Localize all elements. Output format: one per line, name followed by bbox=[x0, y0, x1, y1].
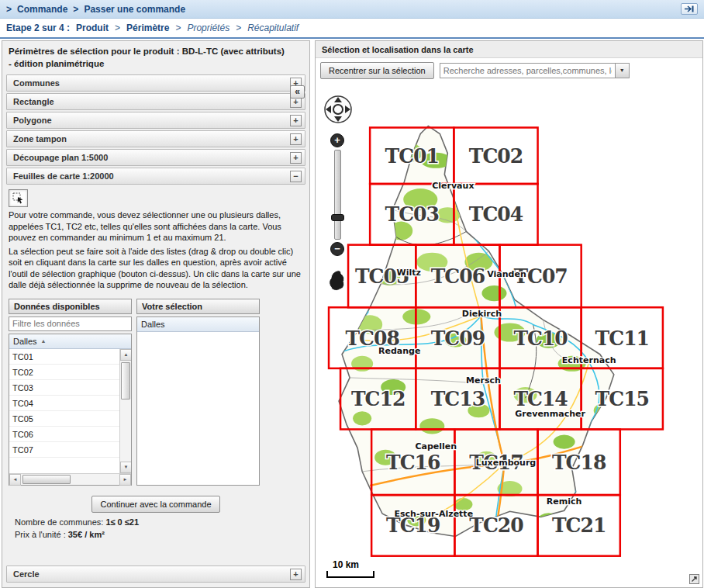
your-selection-listbox: Votre sélection Dalles bbox=[136, 299, 260, 486]
accordion-feuilles-20000[interactable]: Feuilles de carte 1:20000 − bbox=[6, 168, 305, 185]
available-list-item[interactable]: TC01 bbox=[9, 349, 119, 365]
town-label-grevenmacher: Grevenmacher bbox=[515, 409, 585, 419]
instructions-paragraph-1: Pour votre commande, vous devez sélectio… bbox=[9, 209, 303, 244]
breadcrumb-passer-commande[interactable]: Passer une commande bbox=[84, 4, 185, 15]
map-tile-label: TC02 bbox=[469, 144, 523, 168]
available-list-item[interactable]: TC06 bbox=[9, 427, 119, 442]
step-recapitulatif: Récapitulatif bbox=[247, 22, 299, 33]
breadcrumb: > Commande > Passer une commande bbox=[0, 0, 704, 19]
available-list-body: TC01TC02TC03TC04TC05TC06TC07 bbox=[9, 349, 119, 473]
horizontal-scrollbar[interactable]: ◄ ► bbox=[9, 473, 131, 485]
town-label-capellen: Capellen bbox=[415, 441, 457, 451]
accordion-cercle[interactable]: Cercle + bbox=[6, 566, 305, 583]
map-tile-tc02[interactable] bbox=[454, 127, 537, 184]
scale-bar: 10 km bbox=[326, 559, 374, 578]
recenter-selection-button[interactable]: Recentrer sur la sélection bbox=[320, 62, 434, 79]
scrollbar-thumb[interactable] bbox=[22, 475, 71, 484]
left-panel-title: Périmètres de sélection pour le produit … bbox=[2, 41, 309, 73]
map-tile-label: TC04 bbox=[469, 202, 523, 226]
scroll-left-icon[interactable]: ◄ bbox=[9, 474, 21, 486]
continue-order-button[interactable]: Continuer avec la commande bbox=[91, 496, 219, 513]
collapse-icon[interactable]: − bbox=[290, 171, 302, 182]
instructions: Pour votre commande, vous devez sélectio… bbox=[9, 209, 303, 291]
town-label-esch-sur-alzette: Esch-sur-Alzette bbox=[394, 509, 473, 519]
filter-input[interactable] bbox=[9, 316, 132, 331]
unit-price-value: 35€ / km² bbox=[68, 530, 105, 539]
unit-price: Prix à l'unité : 35€ / km² bbox=[15, 529, 297, 541]
map-tile-label: TC21 bbox=[552, 514, 606, 537]
available-list-item[interactable]: TC07 bbox=[9, 442, 119, 458]
expand-icon[interactable]: + bbox=[290, 152, 302, 164]
town-label-redange: Redange bbox=[378, 346, 420, 356]
expand-icon[interactable]: + bbox=[290, 133, 302, 145]
map-image[interactable]: TC01TC02TC03TC04TC05TC06TC07TC08TC09TC10… bbox=[316, 82, 702, 587]
order-stats: Nombre de communes: 1≤ 0 ≤21 Prix à l'un… bbox=[15, 517, 297, 541]
step-indicator: Etape 2 sur 4 : Produit > Périmètre > Pr… bbox=[0, 19, 704, 39]
zoom-control: + − bbox=[330, 133, 344, 256]
available-list-item[interactable]: TC04 bbox=[9, 396, 119, 411]
accordion-rectangle[interactable]: Rectangle + bbox=[6, 93, 305, 110]
zoom-out-button[interactable]: − bbox=[330, 242, 344, 256]
map-canvas[interactable]: TC01TC02TC03TC04TC05TC06TC07TC08TC09TC10… bbox=[316, 82, 702, 587]
scale-label: 10 km bbox=[333, 559, 374, 570]
panel-expand-button[interactable] bbox=[681, 3, 698, 15]
communes-count: Nombre de communes: 1≤ 0 ≤21 bbox=[15, 517, 297, 529]
accordion-decoupage-5000[interactable]: Découpage plan 1:5000 + bbox=[6, 149, 305, 166]
expand-icon[interactable]: + bbox=[290, 569, 302, 580]
search-combo: ▼ bbox=[440, 63, 630, 78]
zoom-slider-track[interactable] bbox=[334, 150, 341, 240]
vertical-scrollbar[interactable]: ▲ ▼ bbox=[119, 349, 131, 473]
full-extent-button[interactable] bbox=[328, 270, 348, 293]
town-label-diekirch: Diekirch bbox=[462, 309, 502, 319]
your-selection-title: Votre sélection bbox=[136, 299, 260, 314]
breadcrumb-separator-icon: > bbox=[73, 4, 78, 15]
map-panel-title: Sélection et localisation dans la carte bbox=[316, 41, 702, 58]
arrow-to-bar-icon bbox=[685, 5, 694, 12]
accordion-polygone[interactable]: Polygone + bbox=[6, 112, 305, 129]
scroll-down-icon[interactable]: ▼ bbox=[120, 462, 131, 473]
scroll-up-icon[interactable]: ▲ bbox=[120, 349, 131, 361]
maximize-map-button[interactable] bbox=[689, 574, 699, 584]
town-label-remich: Remich bbox=[547, 496, 582, 507]
accordion-zone-tampon[interactable]: Zone tampon + bbox=[6, 130, 305, 147]
available-list-item[interactable]: TC03 bbox=[9, 380, 119, 396]
accordion-communes[interactable]: Communes + bbox=[6, 74, 305, 92]
search-dropdown-button[interactable]: ▼ bbox=[616, 63, 630, 78]
zoom-in-button[interactable]: + bbox=[330, 133, 344, 147]
selection-perimeter-panel: Périmètres de sélection pour le produit … bbox=[2, 40, 310, 588]
map-panel: Sélection et localisation dans la carte … bbox=[315, 40, 703, 588]
country-outline bbox=[339, 126, 614, 536]
step-prefix: Etape 2 sur 4 : bbox=[6, 22, 70, 33]
pan-compass-control[interactable] bbox=[324, 95, 352, 123]
search-input[interactable] bbox=[440, 63, 616, 78]
step-proprietes: Propriétés bbox=[187, 22, 229, 33]
chevron-down-icon: ▼ bbox=[619, 67, 625, 73]
breadcrumb-arrow-icon: > bbox=[6, 4, 12, 15]
town-label-echternach: Echternach bbox=[562, 355, 616, 365]
scale-bracket bbox=[326, 571, 374, 578]
zoom-slider-handle[interactable] bbox=[331, 214, 344, 221]
town-label-clervaux: Clervaux bbox=[432, 181, 474, 191]
selection-list-body bbox=[137, 332, 259, 485]
breadcrumb-commande[interactable]: Commande bbox=[17, 4, 67, 15]
available-list-item[interactable]: TC05 bbox=[9, 411, 119, 427]
town-label-vianden: Vianden bbox=[487, 269, 526, 279]
town-label-mersch: Mersch bbox=[466, 375, 501, 386]
luxembourg-silhouette-icon bbox=[330, 271, 344, 291]
town-label-wiltz: Wiltz bbox=[397, 268, 421, 278]
available-list-item[interactable]: TC02 bbox=[9, 365, 119, 380]
step-perimetre: Périmètre bbox=[126, 22, 169, 33]
town-label-luxembourg: Luxembourg bbox=[476, 458, 537, 468]
scroll-right-icon[interactable]: ► bbox=[119, 474, 131, 486]
available-column-header[interactable]: Dalles ▲ bbox=[9, 334, 131, 349]
communes-count-value: 1≤ 0 ≤21 bbox=[105, 517, 139, 527]
graphic-selection-tool-button[interactable] bbox=[9, 189, 28, 207]
collapse-panel-button[interactable]: « bbox=[290, 85, 305, 99]
expand-icon[interactable]: + bbox=[290, 115, 302, 126]
select-tool-icon bbox=[12, 192, 24, 204]
selection-column-header[interactable]: Dalles bbox=[137, 317, 259, 332]
scrollbar-thumb[interactable] bbox=[121, 362, 130, 399]
map-tile-label: TC11 bbox=[595, 327, 649, 350]
sort-asc-icon: ▲ bbox=[41, 338, 47, 344]
available-data-listbox: Données disponibles Dalles ▲ TC01TC02TC0… bbox=[9, 299, 132, 486]
